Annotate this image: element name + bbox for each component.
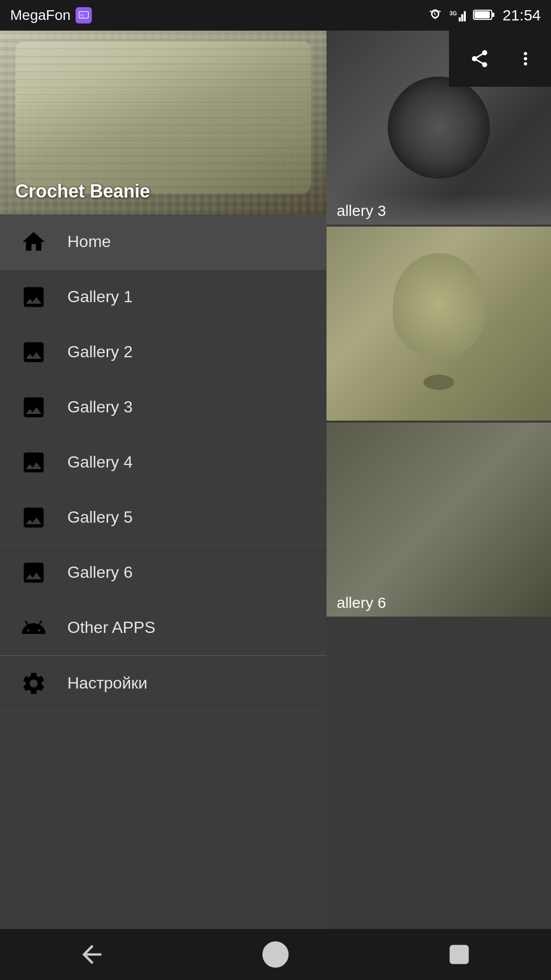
svg-text:3G: 3G — [449, 10, 457, 16]
svg-text:P2: P2 — [81, 14, 85, 17]
drawer-header: Crochet Beanie — [0, 31, 327, 214]
share-button[interactable] — [464, 43, 495, 74]
menu-item-home[interactable]: Home — [0, 214, 327, 270]
recents-icon — [446, 942, 472, 967]
battery-icon — [473, 8, 495, 22]
bottom-nav-bar — [0, 929, 551, 980]
menu-item-settings[interactable]: Настройки — [0, 656, 327, 711]
image-icon-6 — [20, 559, 47, 586]
image-icon-3 — [20, 394, 47, 421]
menu-item-gallery6[interactable]: Gallery 6 — [0, 545, 327, 600]
svg-rect-5 — [464, 11, 466, 21]
status-bar: MegaFon P2 3G 21:54 — [0, 0, 551, 31]
home-nav-icon — [261, 940, 290, 969]
svg-rect-10 — [450, 946, 467, 963]
gallery-cell-3[interactable]: allery 6 — [327, 423, 551, 617]
recents-button[interactable] — [439, 934, 480, 975]
back-icon — [78, 940, 106, 969]
gallery6-icon-container — [15, 554, 52, 591]
menu-item-gallery1-label: Gallery 1 — [67, 287, 133, 306]
android-icon-container — [15, 609, 52, 646]
gallery-grid: allery 3 allery 6 — [327, 31, 551, 617]
image-icon-2 — [20, 339, 47, 365]
alarm-icon — [428, 8, 442, 22]
svg-rect-4 — [461, 14, 463, 21]
gallery3-icon-container — [15, 389, 52, 426]
menu-item-settings-label: Настройки — [67, 674, 147, 693]
carrier-icon: P2 — [76, 7, 92, 23]
more-options-icon — [515, 48, 536, 69]
menu-item-gallery1[interactable]: Gallery 1 — [0, 270, 327, 325]
menu-item-gallery5-label: Gallery 5 — [67, 508, 133, 527]
gallery-cell-3-label: allery 6 — [337, 594, 386, 611]
home-nav-button[interactable] — [255, 934, 296, 975]
back-button[interactable] — [71, 934, 112, 975]
gallery-cell-1-label: allery 3 — [337, 202, 386, 219]
settings-icon — [20, 670, 47, 697]
menu-item-other-apps-label: Other APPS — [67, 618, 156, 637]
menu-item-home-label: Home — [67, 232, 111, 251]
svg-point-9 — [264, 943, 288, 967]
svg-rect-3 — [459, 17, 461, 21]
home-icon — [20, 229, 47, 255]
menu-item-gallery6-label: Gallery 6 — [67, 563, 133, 582]
action-bar — [449, 31, 551, 87]
status-bar-right: 3G 21:54 — [428, 7, 541, 24]
gallery1-icon-container — [15, 279, 52, 315]
menu-item-gallery4-label: Gallery 4 — [67, 453, 133, 472]
image-icon-1 — [20, 284, 47, 310]
menu-item-other-apps[interactable]: Other APPS — [0, 600, 327, 655]
gallery2-icon-container — [15, 334, 52, 371]
right-panel: allery 3 allery 6 — [327, 31, 551, 939]
time-display: 21:54 — [503, 7, 541, 24]
gallery5-icon-container — [15, 499, 52, 536]
svg-rect-7 — [492, 13, 494, 17]
menu-item-gallery4[interactable]: Gallery 4 — [0, 435, 327, 490]
menu-item-gallery3-label: Gallery 3 — [67, 398, 133, 416]
menu-item-gallery2[interactable]: Gallery 2 — [0, 325, 327, 380]
menu-item-gallery5[interactable]: Gallery 5 — [0, 490, 327, 545]
share-icon — [469, 48, 490, 69]
drawer-header-title: Crochet Beanie — [15, 181, 150, 202]
image-icon-5 — [20, 504, 47, 531]
status-bar-left: MegaFon P2 — [10, 7, 92, 23]
settings-icon-container — [15, 665, 52, 702]
home-icon-container — [15, 224, 52, 260]
more-options-button[interactable] — [510, 43, 541, 74]
android-icon — [20, 615, 47, 641]
drawer-menu: Home Gallery 1 Gallery 2 — [0, 214, 327, 980]
navigation-drawer: Crochet Beanie Home Gallery 1 — [0, 31, 327, 980]
gallery4-icon-container — [15, 444, 52, 481]
gallery-cell-2[interactable] — [327, 227, 551, 421]
signal-icon: 3G — [449, 8, 466, 22]
image-icon-4 — [20, 449, 47, 476]
menu-item-gallery3[interactable]: Gallery 3 — [0, 380, 327, 435]
menu-item-gallery2-label: Gallery 2 — [67, 342, 133, 361]
svg-rect-8 — [474, 11, 490, 18]
carrier-name: MegaFon — [10, 7, 70, 23]
